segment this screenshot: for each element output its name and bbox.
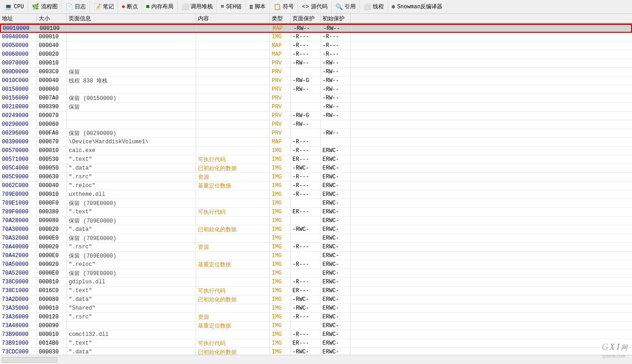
table-row[interactable]: 00390000 000670 \Device\HarddiskVolume1\… [0, 138, 632, 147]
cell-addr: 70A30000 [0, 225, 37, 234]
cell-type: IMG [270, 208, 291, 216]
cell-pageinfo: ".rsrc" [67, 243, 196, 251]
cell-pageinfo [67, 85, 196, 94]
cell-content [196, 103, 270, 111]
cell-content: 可执行代码 [196, 155, 270, 164]
table-row[interactable]: 00571000 000530 ".text" 可执行代码 IMG ER--- … [0, 155, 632, 164]
cell-pageprot: -R--- [291, 147, 321, 155]
table-row[interactable]: 00210000 000390 保留 PRV -RW-- [0, 103, 632, 112]
cell-type: IMG [270, 173, 291, 181]
call-stack-icon: ⬜ [181, 3, 189, 11]
table-row[interactable]: 0062C000 000040 ".reloc" 基重定位数据 IMG -R--… [0, 182, 632, 190]
table-row[interactable]: 70A52000 0000E0 保留 (709E0000) IMG ERWC- [0, 269, 632, 278]
cell-size: 000100 [38, 25, 68, 32]
table-row[interactable]: 73CDC000 000030 ".data" 已初始化的数据 IMG -RWC… [0, 348, 632, 355]
col-type: 类型 [270, 14, 291, 23]
toolbar-item-snowman[interactable]: ❄Snowman反编译器 [388, 0, 447, 13]
cell-initprot [321, 138, 351, 146]
table-row[interactable]: 709F0000 000380 ".text" 可执行代码 IMG ER--- … [0, 208, 632, 217]
toolbar-item-source[interactable]: <>源代码 [298, 0, 332, 13]
table-row[interactable]: 00010000 000100 MAP -RW-- -RW-- [0, 24, 632, 33]
toolbar-item-seh-chain[interactable]: ≡SEH链 [217, 0, 245, 13]
table-row[interactable]: 00050000 000040 MAP -R--- -R--- [0, 41, 632, 50]
cell-pageprot [291, 94, 321, 102]
cell-initprot: -RW-- [322, 25, 352, 32]
cell-addr: 00060000 [0, 50, 37, 59]
toolbar-item-memory-layout[interactable]: ■内存布局 [142, 0, 178, 13]
scrollbar-x[interactable] [2, 357, 57, 363]
cell-addr: 00040000 [0, 33, 37, 41]
toolbar-item-notes[interactable]: 📝笔记 [90, 0, 118, 13]
cell-initprot: ERWC- [321, 330, 351, 339]
toolbar-item-log[interactable]: 📄日志 [62, 0, 90, 13]
cell-pageprot: -RWC- [291, 348, 321, 355]
table-row[interactable]: 70A32000 0000E0 保留 (709E0000) IMG ERWC- [0, 234, 632, 243]
memory-table[interactable]: 00010000 000100 MAP -RW-- -RW-- 00040000… [0, 24, 632, 355]
cell-pageinfo: 保留 (709E0000) [67, 269, 196, 277]
table-row[interactable]: 709E0000 000010 uxtheme.dll IMG -R--- ER… [0, 190, 632, 199]
table-row[interactable]: 00249000 000070 PRV -RW-G -RW-- [0, 112, 632, 120]
toolbar-item-breakpoints[interactable]: ●断点 [118, 0, 143, 13]
table-row[interactable]: 73B91000 0014B0 ".text" 可执行代码 IMG ER--- … [0, 339, 632, 348]
toolbar-item-script[interactable]: ≣脚本 [246, 0, 270, 13]
flowchart-icon: 🌿 [32, 3, 39, 11]
cell-addr: 70A52000 [0, 269, 37, 277]
cell-content: 已初始化的数据 [196, 164, 270, 172]
toolbar-item-call-stack[interactable]: ⬜调用堆栈 [178, 0, 217, 13]
cell-pageinfo: ".data" [67, 295, 196, 304]
table-row[interactable]: 70A42000 0000E0 保留 (709E0000) IMG ERWC- [0, 252, 632, 260]
table-row[interactable]: 00150000 000060 PRV -RW-- -RW-- [0, 85, 632, 94]
cell-pageprot: -RWC- [291, 295, 321, 304]
cell-content: 资源 [196, 313, 270, 321]
table-row[interactable]: 70A50000 000020 ".reloc" 基重定位数据 IMG -R--… [0, 260, 632, 269]
cell-type: MAP [270, 41, 291, 50]
table-row[interactable]: 738C1000 0016C0 ".text" 可执行代码 IMG ER--- … [0, 287, 632, 295]
cell-initprot: ERWC- [321, 295, 351, 304]
table-row[interactable]: 738C0000 000010 gdiplus.dll IMG -R--- ER… [0, 278, 632, 287]
table-row[interactable]: 73A2D000 000080 ".data" 已初始化的数据 IMG -RWC… [0, 295, 632, 304]
table-row[interactable]: 73A36000 000120 ".rsrc" 资源 IMG -R--- ERW… [0, 313, 632, 322]
cell-pageinfo: 保留 (709E0000) [67, 252, 196, 260]
cell-type: IMG [270, 322, 291, 330]
cell-pageinfo: ".text" [67, 339, 196, 347]
toolbar-item-symbols[interactable]: 📋符号 [270, 0, 298, 13]
cell-type: PRV [270, 76, 291, 85]
table-row[interactable]: 73B90000 000010 comctl32.dll IMG -R--- E… [0, 330, 632, 339]
cell-addr: 00571000 [0, 155, 37, 164]
table-row[interactable]: 00156000 0007A0 保留 (00150000) PRV -RW-- [0, 94, 632, 103]
toolbar-item-flowchart[interactable]: 🌿流程图 [28, 0, 62, 13]
toolbar-item-cpu[interactable]: 💻CPU [1, 0, 28, 13]
cell-type: IMG [270, 33, 291, 41]
table-row[interactable]: 0010C000 000040 线程 838 堆栈 PRV -RW-G -RW-… [0, 76, 632, 85]
table-row[interactable]: 00290000 000060 PRV -RW-- [0, 120, 632, 129]
table-row[interactable]: 70A28000 000080 保留 (709E0000) IMG ERWC- [0, 217, 632, 225]
table-row[interactable]: 000D0000 0003C0 保留 PRV -RW-- [0, 68, 632, 76]
table-row[interactable]: 00570000 000010 calc.exe IMG -R--- ERWC- [0, 147, 632, 155]
table-row[interactable]: 005C9000 000630 ".rsrc" 资源 IMG -R--- ERW… [0, 173, 632, 182]
table-row[interactable]: 00060000 000020 MAP -R--- -R--- [0, 50, 632, 59]
table-row[interactable]: 70A30000 000020 ".data" 已初始化的数据 IMG -RWC… [0, 225, 632, 234]
toolbar-item-references[interactable]: 🔍引用 [332, 0, 360, 13]
cell-initprot: -R--- [321, 50, 351, 59]
cell-pageprot: -R--- [291, 173, 321, 181]
cell-initprot: -RW-- [321, 94, 351, 102]
cell-pageinfo: gdiplus.dll [67, 278, 196, 286]
table-row[interactable]: 70A40000 000020 ".rsrc" 资源 IMG -R--- ERW… [0, 243, 632, 252]
cell-pageinfo: 保留 (709E0000) [67, 199, 196, 207]
cell-pageinfo: ".text" [67, 155, 196, 164]
table-row[interactable]: 00040000 000010 IMG -R--- -R--- [0, 33, 632, 41]
table-row[interactable]: 73A35000 000010 "Shared" IMG -RWC- ERWC- [0, 304, 632, 313]
cell-type: IMG [270, 304, 291, 312]
table-row[interactable]: 73A48000 000090 基重定位数据 IMG ERWC- [0, 322, 632, 330]
table-row[interactable]: 709E1000 0000F0 保留 (709E0000) IMG ERWC- [0, 199, 632, 208]
cell-content [196, 252, 270, 260]
cell-pageinfo: ".data" [67, 225, 196, 234]
table-row[interactable]: 00296000 000FA0 保留 (00290000) PRV -RW-- [0, 129, 632, 138]
cell-pageprot [291, 103, 321, 111]
table-row[interactable]: 00070000 000010 PRV -RW-- -RW-- [0, 59, 632, 68]
cell-type: MAP [270, 50, 291, 59]
cell-size: 000530 [37, 155, 67, 164]
table-row[interactable]: 005C4000 000050 ".data" 已初始化的数据 IMG -RWC… [0, 164, 632, 173]
toolbar-item-threads[interactable]: ⬜线程 [360, 0, 388, 13]
cell-size: 000070 [37, 112, 67, 120]
